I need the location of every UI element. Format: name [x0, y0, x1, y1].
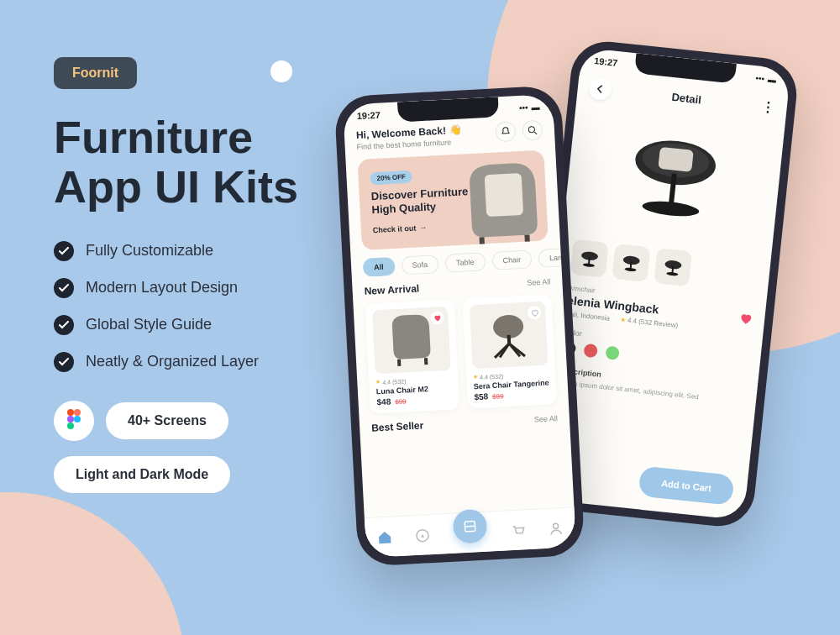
section-best-seller: Best Seller	[371, 419, 424, 433]
svg-point-12	[583, 263, 595, 267]
status-icons: •••▬	[755, 73, 777, 85]
chip-lamp[interactable]: Lamp	[538, 247, 561, 268]
product-oldprice: $99	[492, 392, 504, 401]
chip-sofa[interactable]: Sofa	[401, 255, 439, 275]
check-icon	[54, 315, 74, 335]
svg-point-3	[74, 416, 81, 422]
product-price: $58	[474, 391, 488, 401]
feature-list: Fully Customizable Modern Layout Design …	[54, 241, 298, 372]
product-thumb	[470, 302, 549, 370]
svg-rect-23	[397, 359, 401, 366]
check-icon	[54, 241, 74, 261]
nav-home-icon[interactable]	[376, 529, 392, 545]
product-thumb	[372, 307, 451, 375]
notification-button[interactable]	[495, 121, 516, 142]
chip-all[interactable]: All	[363, 257, 396, 277]
nav-scan-button[interactable]	[452, 508, 487, 543]
product-card[interactable]: ★4.4 (532) Luna Chair M2 $48$99	[365, 299, 459, 413]
favorite-icon[interactable]	[738, 312, 753, 327]
svg-point-19	[528, 127, 534, 133]
svg-point-1	[74, 409, 81, 416]
product-oldprice: $99	[395, 397, 407, 406]
search-button[interactable]	[522, 120, 543, 141]
promo-card[interactable]: 20% OFF Discover FurnitureHigh Quality C…	[357, 150, 548, 249]
status-icons: •••▬	[519, 102, 540, 112]
add-to-cart-button[interactable]: Add to Cart	[638, 466, 735, 506]
check-icon	[54, 352, 74, 372]
status-time: 19:27	[594, 55, 618, 68]
see-all-link[interactable]: See All	[534, 414, 559, 423]
svg-point-4	[67, 422, 74, 429]
more-button[interactable]: ⋮	[761, 98, 776, 116]
color-swatch[interactable]	[605, 345, 620, 360]
chip-chair[interactable]: Chair	[491, 249, 533, 270]
discount-badge: 20% OFF	[370, 171, 412, 186]
svg-point-0	[67, 409, 74, 416]
nav-explore-icon[interactable]	[415, 527, 431, 543]
mode-pill: Light and Dark Mode	[54, 456, 230, 493]
bottom-nav	[365, 506, 576, 558]
promo-image	[459, 155, 543, 245]
status-time: 19:27	[356, 110, 381, 121]
nav-profile-icon[interactable]	[548, 520, 564, 536]
feature-item: Global Style Guide	[54, 315, 298, 335]
favorite-button[interactable]	[430, 311, 444, 325]
main-heading: FurnitureApp UI Kits	[54, 113, 298, 213]
svg-point-15	[624, 267, 636, 271]
thumbnail[interactable]	[570, 239, 609, 278]
see-all-link[interactable]: See All	[527, 277, 551, 286]
product-price: $48	[376, 396, 391, 407]
nav-cart-icon[interactable]	[510, 522, 526, 538]
thumbnail[interactable]	[654, 248, 692, 286]
check-icon	[54, 278, 74, 298]
thumbnail[interactable]	[612, 244, 650, 282]
screens-pill: 40+ Screens	[106, 402, 228, 439]
product-card[interactable]: ★4.4 (532) Sera Chair Tangerine $58$99	[462, 294, 557, 408]
feature-item: Neatly & Organized Layer	[54, 352, 298, 372]
color-swatch[interactable]	[583, 344, 598, 359]
chip-table[interactable]: Table	[445, 252, 486, 272]
svg-point-2	[67, 416, 74, 422]
phone-mockup-home: 19:27•••▬ Hi, Welcome Back! 👋 Find the b…	[334, 85, 585, 566]
feature-item: Modern Layout Design	[54, 278, 298, 298]
favorite-button[interactable]	[528, 306, 542, 320]
svg-point-29	[554, 523, 559, 528]
product-image	[575, 107, 773, 251]
svg-rect-7	[658, 147, 693, 172]
svg-point-18	[666, 271, 678, 276]
feature-item: Fully Customizable	[54, 241, 298, 261]
svg-rect-24	[424, 358, 428, 365]
svg-rect-20	[485, 173, 524, 217]
detail-title: Detail	[671, 90, 702, 106]
figma-icon	[54, 401, 94, 441]
brand-chip: Foornit	[54, 57, 137, 89]
back-button[interactable]	[589, 77, 613, 102]
